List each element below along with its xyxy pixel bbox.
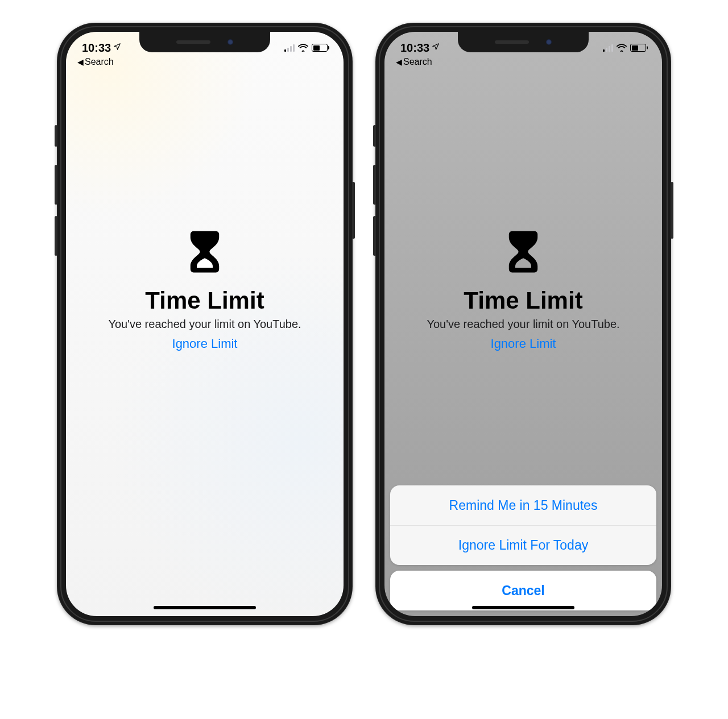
time-limit-subtitle: You've reached your limit on YouTube.	[427, 318, 619, 331]
power-button	[671, 182, 673, 239]
status-time: 10:33	[400, 41, 429, 55]
ignore-for-today-button[interactable]: Ignore Limit For Today	[390, 525, 656, 565]
status-right	[284, 44, 328, 52]
time-limit-title: Time Limit	[145, 287, 264, 314]
action-sheet: Remind Me in 15 Minutes Ignore Limit For…	[390, 485, 656, 610]
back-to-search[interactable]: ◀ Search	[77, 57, 114, 67]
mute-switch	[55, 125, 57, 147]
time-limit-subtitle: You've reached your limit on YouTube.	[108, 318, 301, 331]
volume-down	[55, 216, 57, 256]
phone-frame-right: 10:33 ◀ Search	[375, 23, 671, 625]
volume-up	[55, 165, 57, 205]
battery-icon	[630, 44, 646, 52]
action-sheet-options: Remind Me in 15 Minutes Ignore Limit For…	[390, 485, 656, 565]
chevron-left-icon: ◀	[396, 57, 402, 67]
back-label: Search	[85, 57, 114, 67]
cellular-signal-icon	[284, 44, 295, 52]
time-limit-title: Time Limit	[464, 287, 582, 314]
location-arrow-icon	[432, 43, 440, 52]
screen-right: 10:33 ◀ Search	[384, 32, 662, 616]
volume-down	[373, 216, 376, 256]
hourglass-icon	[507, 229, 539, 275]
battery-icon	[312, 44, 328, 52]
power-button	[352, 182, 355, 239]
mute-switch	[373, 125, 376, 147]
speaker-grill	[495, 40, 529, 44]
volume-up	[373, 165, 376, 205]
location-arrow-icon	[113, 43, 121, 52]
phone-frame-left: 10:33 ◀ Search	[57, 23, 353, 625]
status-left: 10:33	[82, 41, 121, 55]
front-camera	[228, 39, 233, 45]
remind-15-min-button[interactable]: Remind Me in 15 Minutes	[390, 485, 656, 525]
front-camera	[546, 39, 552, 45]
cellular-signal-icon	[603, 44, 613, 52]
cancel-button[interactable]: Cancel	[390, 571, 656, 610]
status-time: 10:33	[82, 41, 111, 55]
home-indicator[interactable]	[154, 606, 256, 609]
wifi-icon	[617, 44, 627, 52]
notch	[458, 32, 589, 52]
ignore-limit-button[interactable]: Ignore Limit	[172, 336, 238, 351]
chevron-left-icon: ◀	[77, 57, 84, 67]
wifi-icon	[298, 44, 308, 52]
speaker-grill	[176, 40, 210, 44]
ignore-limit-button[interactable]: Ignore Limit	[491, 336, 556, 351]
status-left: 10:33	[400, 41, 440, 55]
back-label: Search	[403, 57, 432, 67]
hourglass-icon	[189, 229, 221, 275]
notch	[139, 32, 270, 52]
time-limit-content: Time Limit You've reached your limit on …	[66, 32, 344, 582]
back-to-search[interactable]: ◀ Search	[396, 57, 432, 67]
status-right	[603, 44, 646, 52]
home-indicator[interactable]	[472, 606, 574, 609]
screen-left: 10:33 ◀ Search	[66, 32, 344, 616]
